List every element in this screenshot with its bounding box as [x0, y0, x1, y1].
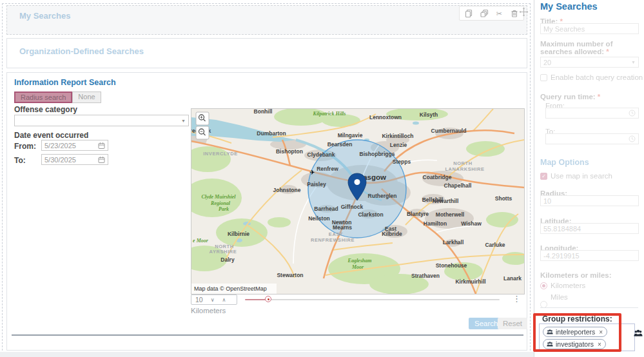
map-label: Bishopbriggs — [360, 151, 395, 157]
section-divider — [12, 334, 523, 336]
sidebar-divider — [540, 307, 638, 308]
map-label: Chapelhall — [444, 182, 472, 189]
group-restrictions-label: Group restrictions: — [542, 314, 612, 323]
map-label: EAST — [329, 231, 343, 237]
unit-caption: Kilometers — [191, 307, 226, 314]
map-label: Paisley — [307, 181, 326, 188]
group-title-my-searches: My Searches — [19, 11, 71, 21]
group-icon — [547, 341, 553, 347]
map-label: Moor — [351, 264, 364, 270]
map-label: Bishopton — [276, 148, 303, 155]
map-label: Bearsden — [327, 141, 353, 148]
map-label: INVERCLYDE — [203, 151, 238, 157]
toggle-none[interactable]: None — [72, 92, 101, 103]
map-label: Strathaven — [411, 273, 440, 279]
date-from-label: From: — [14, 142, 36, 151]
reset-button[interactable]: Reset — [498, 318, 527, 329]
date-to-label: To: — [14, 156, 26, 165]
map-label: Cumbernauld — [431, 128, 467, 134]
group-title-org-searches: Organization-Defined Searches — [19, 46, 144, 56]
map-label: Shotts — [495, 195, 512, 202]
date-to-value: 5/30/2025 — [44, 156, 76, 164]
radius-stepper[interactable]: 10 ∨ ∧ — [191, 294, 237, 305]
calendar-icon[interactable] — [98, 156, 105, 164]
map-label: Carluke — [485, 242, 505, 248]
chevron-down-icon: ▼ — [181, 119, 186, 123]
group-chip[interactable]: investigators× — [543, 339, 606, 349]
slider-thumb[interactable] — [265, 296, 271, 302]
move-icon[interactable] — [519, 7, 529, 17]
remove-chip-icon[interactable]: × — [599, 329, 603, 336]
map-label: Kirkintilloch — [382, 133, 413, 139]
map-label: Clydebank — [307, 151, 335, 158]
map-label: Giffnock — [341, 204, 364, 210]
map-label: Kilbirnie — [228, 231, 249, 237]
toggle-radius-search[interactable]: Radius search — [14, 92, 72, 103]
group-restrictions-field[interactable]: intelreporters×investigators× — [539, 323, 635, 351]
map-label: Barrhead — [314, 206, 338, 212]
date-event-label: Date event occurred — [14, 131, 88, 140]
map-label: Larkhall — [443, 239, 464, 246]
map-label: Stewarton — [277, 272, 303, 278]
map-label: Motherwell — [436, 211, 464, 218]
offense-category-label: Offense category — [14, 105, 77, 114]
map-label: LANARKSHIRE — [445, 166, 484, 172]
date-to-input[interactable]: 5/30/2025 — [41, 154, 108, 165]
slider-track[interactable] — [269, 299, 500, 300]
map-attribution: Map data © OpenStreetMap — [194, 285, 267, 292]
group-chip-label: intelreporters — [556, 328, 595, 336]
map-label: Lennoxtown — [369, 114, 402, 121]
form-heading: Information Report Search — [14, 78, 116, 87]
chevron-down-icon[interactable]: ∨ — [211, 297, 215, 303]
remove-chip-icon[interactable]: × — [598, 341, 601, 348]
map-label: Lanark — [503, 275, 522, 282]
duplicate-icon[interactable] — [480, 9, 489, 18]
map-label: Regional — [210, 200, 231, 206]
map-label: Milngavie — [338, 132, 363, 139]
map-label: e Moor — [193, 238, 209, 244]
delete-icon[interactable] — [510, 9, 519, 18]
map-label: Johnstone — [273, 187, 301, 193]
cut-icon[interactable]: ✂ — [494, 9, 503, 18]
group-icon[interactable] — [634, 329, 643, 338]
airport-icon: ✈ — [309, 169, 315, 176]
page-bottom-strip — [0, 352, 534, 357]
map-canvas[interactable]: ✈ BonhillKilpatrick HillsGreenockDumbart… — [191, 108, 525, 294]
map-label: Stepps — [393, 159, 411, 165]
map-label: Park — [219, 206, 229, 212]
edit-toolbar: ✂ — [459, 6, 524, 21]
app-window: My Searches ✂ Organization-Defined Searc… — [0, 0, 644, 357]
chevron-up-icon[interactable]: ∧ — [222, 297, 226, 303]
map-label: Eaglesham — [347, 258, 372, 264]
group-chip-label: investigators — [556, 340, 594, 348]
map-label: Clarkston — [358, 211, 383, 218]
kebab-menu-icon[interactable]: ⋮ — [512, 294, 521, 304]
map-label: Kilsyth — [420, 111, 438, 118]
map-label: RENFREWSHIRE — [311, 237, 355, 243]
group-panel-my-searches[interactable] — [6, 5, 527, 35]
radius-stepper-value: 10 — [195, 296, 203, 304]
group-icon — [547, 329, 553, 335]
map-label: Kilbride — [382, 231, 402, 237]
copy-icon[interactable] — [464, 9, 473, 18]
map-label: Hamilton — [424, 220, 447, 227]
sidebar-title: My Searches — [540, 1, 598, 12]
map-label: Rutherglen — [368, 193, 397, 199]
map-label: Kirkmuirhill — [455, 278, 485, 285]
map-label: Newarthill — [433, 198, 459, 204]
map-label: Dumbarton — [257, 130, 286, 137]
search-type-toggle: Radius search None — [14, 92, 101, 103]
map-label: Dalry — [220, 256, 235, 263]
group-chip[interactable]: intelreporters× — [543, 327, 607, 337]
map-label: Clyde Muirshiel — [201, 194, 236, 200]
date-from-value: 5/23/2025 — [44, 142, 76, 150]
zoom-in-button[interactable] — [196, 112, 209, 125]
map-label: Coatbridge — [423, 174, 452, 180]
map-label: Kilpatrick Hills — [313, 111, 346, 117]
map-label: Mearns — [333, 224, 352, 231]
calendar-icon[interactable] — [98, 142, 105, 150]
zoom-out-button[interactable] — [196, 126, 209, 139]
offense-category-select[interactable]: ▼ — [14, 115, 189, 126]
map-label: NORTH — [453, 160, 473, 166]
date-from-input[interactable]: 5/23/2025 — [41, 140, 108, 151]
